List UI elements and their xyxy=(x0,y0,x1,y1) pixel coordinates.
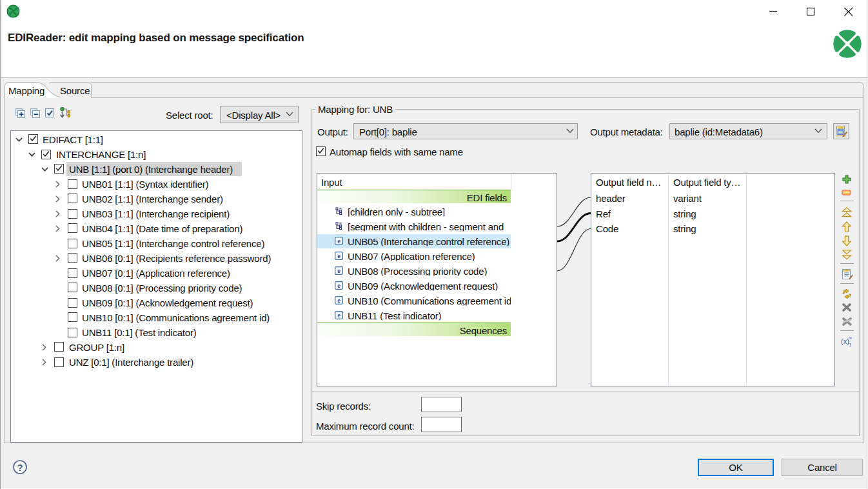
svg-text:e: e xyxy=(337,312,340,319)
svg-text:e: e xyxy=(337,282,340,289)
svg-text:∞: ∞ xyxy=(849,335,852,340)
svg-text:(x): (x) xyxy=(841,337,849,345)
svg-text:?: ? xyxy=(17,462,23,473)
svg-text:1: 1 xyxy=(849,343,852,346)
svg-text:e: e xyxy=(337,252,340,259)
svg-text:e: e xyxy=(337,267,340,274)
svg-text:e: e xyxy=(337,297,340,304)
svg-text:e: e xyxy=(337,237,340,245)
